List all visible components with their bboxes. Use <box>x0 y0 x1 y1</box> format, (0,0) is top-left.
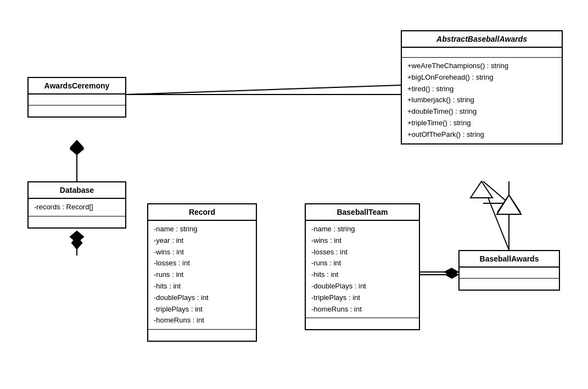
abstract-baseball-awards-empty <box>402 48 562 58</box>
record-section2 <box>148 330 256 341</box>
awards-ceremony-header: AwardsCeremony <box>29 78 125 95</box>
svg-marker-24 <box>70 231 84 243</box>
database-section2 <box>29 216 125 227</box>
record-header: Record <box>148 204 256 221</box>
database-header: Database <box>29 182 125 199</box>
database-class: Database -records : Record[] <box>27 181 126 229</box>
abstract-baseball-awards-header: AbstractBaseballAwards <box>402 31 562 48</box>
awards-ceremony-section2 <box>29 105 125 116</box>
awards-ceremony-section1 <box>29 95 125 105</box>
svg-marker-2 <box>70 140 83 154</box>
abstract-baseball-awards-class: AbstractBaseballAwards +weAreTheChampion… <box>401 30 563 145</box>
diagram-container: AbstractBaseballAwards (left, ~y=155) --… <box>0 0 588 389</box>
svg-line-18 <box>481 181 509 250</box>
baseball-team-header: BaseballTeam <box>306 204 419 221</box>
baseball-awards-section2 <box>460 279 559 290</box>
abstract-baseball-awards-methods: +weAreTheChampions() : string +bigLOnFor… <box>402 58 562 143</box>
baseball-team-section2 <box>306 318 419 329</box>
awards-ceremony-class: AwardsCeremony <box>27 77 126 118</box>
svg-marker-5 <box>445 271 458 279</box>
baseball-awards-section1 <box>460 268 559 279</box>
baseball-awards-class: BaseballAwards <box>458 250 560 291</box>
baseball-team-attributes: -name : string -wins : int -losses : int… <box>306 221 419 318</box>
svg-line-20 <box>126 85 401 95</box>
svg-marker-9 <box>498 195 520 212</box>
svg-marker-15 <box>71 236 82 249</box>
svg-line-7 <box>483 181 509 203</box>
baseball-team-class: BaseballTeam -name : string -wins : int … <box>305 203 420 330</box>
svg-marker-26 <box>444 268 458 276</box>
svg-marker-13 <box>71 142 82 155</box>
record-class: Record -name : string -year : int -wins … <box>147 203 257 342</box>
svg-marker-17 <box>445 268 458 276</box>
record-attributes: -name : string -year : int -wins : int -… <box>148 221 256 330</box>
baseball-awards-header: BaseballAwards <box>460 251 559 268</box>
svg-marker-28 <box>497 195 521 214</box>
svg-marker-19 <box>471 181 492 198</box>
database-attributes: -records : Record[] <box>29 199 125 216</box>
svg-marker-22 <box>70 143 84 155</box>
